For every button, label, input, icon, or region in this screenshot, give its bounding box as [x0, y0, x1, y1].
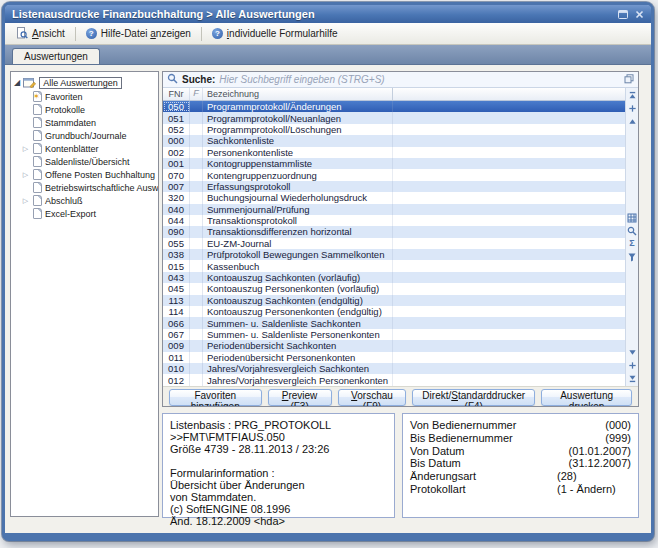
cell-fnr: 009 — [163, 340, 190, 351]
expander-icon[interactable]: ▷ — [21, 171, 30, 179]
list-panel: Suche: FNr F Bezeichnung 050 Programmpro… — [162, 71, 639, 407]
tree-item[interactable]: Protokolle — [11, 103, 158, 116]
column-header-bezeichnung[interactable]: Bezeichnung — [203, 88, 393, 100]
document-icon — [33, 143, 42, 154]
column-header-f[interactable]: F — [190, 88, 203, 100]
action-button-row: Favoriten hinzufügenPreview (F3)Vorschau… — [163, 386, 638, 407]
table-row[interactable]: 067 Summen- u. Saldenliste Personenkonte… — [163, 329, 625, 340]
info-line: (c) SoftENGINE 08.1996 — [170, 503, 387, 515]
scroll-top-icon[interactable] — [627, 90, 638, 101]
vorschau-button[interactable]: Vorschau (F9) — [338, 389, 407, 406]
info-line: von Stammdaten. — [170, 491, 387, 503]
expanded-arrow-icon[interactable]: ◢ — [14, 79, 20, 87]
tree-root[interactable]: ◢ Alle Auswertungen — [11, 76, 158, 90]
tree-item-label: Grundbuch/Journale — [45, 131, 127, 141]
table-row[interactable]: 043 Kontoauszug Sachkonten (vorläufig) — [163, 272, 625, 283]
table-row[interactable]: 090 Transaktionsdifferenzen horizontal — [163, 226, 625, 237]
window-title: Listenausdrucke Finanzbuchhaltung > Alle… — [12, 8, 315, 20]
table-row[interactable]: 066 Summen- u. Saldenliste Sachkonten — [163, 317, 625, 328]
toolbar-item-label: Ansicht — [32, 28, 65, 39]
auswertung-drucken-button[interactable]: Auswertung drucken — [541, 389, 632, 406]
cell-fnr: 055 — [163, 238, 190, 249]
tree-item[interactable]: ▷ Kontenblätter — [11, 142, 158, 155]
table-row[interactable]: 009 Periodenübersicht Sachkonten — [163, 340, 625, 351]
cell-bezeichnung: Kontoauszug Personenkonten (endgültig) — [203, 306, 393, 317]
tab-auswertungen[interactable]: Auswertungen — [12, 48, 100, 64]
zoom-icon[interactable] — [627, 225, 638, 236]
column-header-fnr[interactable]: FNr — [163, 88, 190, 100]
table-row[interactable]: 051 Programmprotokoll/Neuanlagen — [163, 112, 625, 123]
table-row[interactable]: 002 Personenkontenliste — [163, 147, 625, 158]
search-input[interactable] — [219, 74, 620, 85]
search-label: Suche: — [182, 74, 215, 85]
window-controls — [618, 10, 644, 19]
filter-icon[interactable] — [627, 251, 638, 262]
cell-f — [190, 124, 203, 135]
table-row[interactable]: 055 EU-ZM-Journal — [163, 238, 625, 249]
cell-f — [190, 283, 203, 294]
tree-item[interactable]: Saldenliste/Übersicht — [11, 155, 158, 168]
table-row[interactable]: 038 Prüfprotokoll Bewegungen Sammelkonte… — [163, 249, 625, 260]
tree-item[interactable]: Betriebswirtschaftliche Auswertungen — [11, 181, 158, 194]
scroll-bottom-icon[interactable] — [627, 373, 638, 384]
table-row[interactable]: 052 Programmprotokoll/Löschungen — [163, 124, 625, 135]
ansicht-button[interactable]: Ansicht — [10, 25, 71, 43]
tree-item[interactable]: Excel-Export — [11, 207, 158, 220]
parameter-label: Änderungsart — [410, 470, 557, 483]
table-row[interactable]: 010 Jahres/Vorjahresvergleich Sachkonten — [163, 363, 625, 374]
table-header: FNr F Bezeichnung — [163, 88, 625, 101]
cell-f — [190, 352, 203, 363]
scroll-up-icon[interactable] — [627, 116, 638, 127]
table-row[interactable]: 044 Transaktionsprotokoll — [163, 215, 625, 226]
cell-bezeichnung: Jahres/Vorjahresvergleich Personenkonten — [203, 374, 393, 385]
table-row[interactable]: 045 Kontoauszug Personenkonten (vorläufi… — [163, 283, 625, 294]
direkt-standarddrucker-button[interactable]: Direkt/Standarddrucker (F4) — [412, 389, 535, 406]
table-row[interactable]: 320 Buchungsjournal Wiederholungsdruck — [163, 192, 625, 203]
cell-f — [190, 317, 203, 328]
crosshair-icon[interactable] — [627, 103, 638, 114]
tree-item-label: Saldenliste/Übersicht — [45, 157, 130, 167]
sum-icon[interactable]: Σ — [627, 238, 638, 249]
toolbar: Ansicht?Hilfe-Datei anzeigen?individuell… — [5, 23, 651, 45]
preview-button[interactable]: Preview (F3) — [268, 389, 332, 406]
table-row[interactable]: 007 Erfassungsprotokoll — [163, 181, 625, 192]
table-row[interactable]: 000 Sachkontenliste — [163, 135, 625, 146]
cell-bezeichnung: Transaktionsdifferenzen horizontal — [203, 226, 393, 237]
tree-item[interactable]: ▷ Offene Posten Buchhaltung — [11, 168, 158, 181]
table-row[interactable]: 012 Jahres/Vorjahresvergleich Personenko… — [163, 374, 625, 385]
tree-item[interactable]: Grundbuch/Journale — [11, 129, 158, 142]
grid-view-icon[interactable] — [627, 212, 638, 223]
expander-icon[interactable]: ▷ — [21, 145, 30, 153]
table-row[interactable]: 015 Kassenbuch — [163, 260, 625, 271]
favoriten-hinzufuegen-button[interactable]: Favoriten hinzufügen — [169, 389, 262, 406]
scroll-down-icon[interactable] — [627, 347, 638, 358]
cell-f — [190, 238, 203, 249]
cell-f — [190, 374, 203, 385]
cell-fnr: 320 — [163, 192, 190, 203]
table-row[interactable]: 011 Periodenübersicht Personenkonten — [163, 352, 625, 363]
formularhilfe-button[interactable]: ?individuelle Formularhilfe — [206, 26, 344, 41]
hilfe-datei-button[interactable]: ?Hilfe-Datei anzeigen — [80, 26, 197, 41]
table-row[interactable]: 070 Kontengruppenzuordnung — [163, 169, 625, 180]
close-icon[interactable] — [635, 10, 644, 19]
table-row[interactable]: 040 Summenjournal/Prüfung — [163, 204, 625, 215]
toolbar-item-label: Hilfe-Datei anzeigen — [101, 28, 191, 39]
star-icon: ✶ — [33, 93, 40, 101]
table-row[interactable]: 001 Kontogruppenstammliste — [163, 158, 625, 169]
table-row[interactable]: 113 Kontoauszug Sachkonten (endgültig) — [163, 295, 625, 306]
cell-bezeichnung: EU-ZM-Journal — [203, 238, 393, 249]
tree-item[interactable]: Stammdaten — [11, 116, 158, 129]
crosshair-icon[interactable] — [627, 360, 638, 371]
cell-f — [190, 306, 203, 317]
table-row[interactable]: 114 Kontoauszug Personenkonten (endgülti… — [163, 306, 625, 317]
cell-fnr: 000 — [163, 135, 190, 146]
tree-item[interactable]: ▷ Abschluß — [11, 194, 158, 207]
help-icon: ? — [212, 28, 223, 39]
tree-item[interactable]: ✶ Favoriten — [11, 90, 158, 103]
cell-bezeichnung: Programmprotokoll/Änderungen — [203, 101, 393, 112]
expander-icon[interactable]: ▷ — [21, 197, 30, 205]
tab-strip: Auswertungen — [5, 45, 651, 65]
detach-window-icon[interactable] — [624, 74, 634, 86]
restore-icon[interactable] — [618, 10, 628, 19]
table-row[interactable]: 050 Programmprotokoll/Änderungen — [163, 101, 625, 112]
